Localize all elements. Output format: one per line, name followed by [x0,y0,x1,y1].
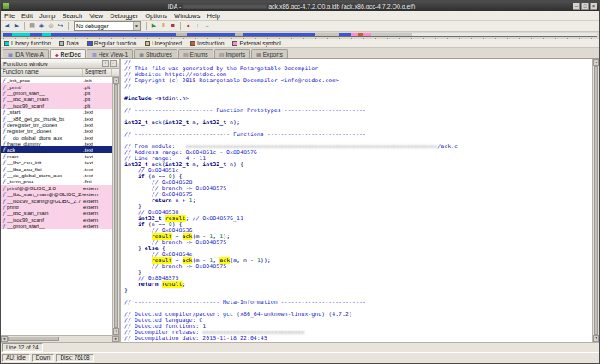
debugger-select[interactable]: No debugger ▼ [74,21,141,31]
functions-scroll-thumb[interactable] [114,84,118,328]
function-row[interactable]: ƒack.text [1,146,112,152]
open-views-icon[interactable]: ▤ [27,21,37,31]
menu-debugger[interactable]: Debugger [106,12,141,20]
function-row[interactable]: ƒ_printf.plt [1,83,112,89]
function-row[interactable]: ƒregister_tm_clones.text [1,128,112,134]
menu-help[interactable]: Help [204,12,224,20]
code-line[interactable]: // branch -> 0x8048575 [124,264,592,270]
code-line[interactable]: // ---------------------------- Function… [124,132,592,138]
function-row[interactable]: ƒ__do_global_dtors_aux.text [1,134,112,140]
code-line[interactable]: // 0x8048575 [124,276,592,282]
function-row[interactable]: ƒframe_dummy.text [1,140,112,146]
function-row[interactable]: ƒ__gmon_start__extern [1,223,112,229]
menu-edit[interactable]: Edit [18,12,36,20]
tab-structures[interactable]: ▦Structures [134,49,177,58]
menu-file[interactable]: File [1,12,18,20]
code-line[interactable]: // branch -> 0x8048575 [124,186,592,192]
code-line[interactable]: if (m == 0) { [124,174,592,180]
function-row[interactable]: ƒ__isoc99_scanf.plt [1,103,112,109]
code-vertical-scrollbar[interactable]: ▲ ▼ [592,59,599,342]
column-header-segment[interactable]: Segment [83,69,112,76]
function-row[interactable]: ƒ_start.text [1,109,112,115]
step-into-icon[interactable]: ↓ [193,21,202,31]
breakpoint-icon[interactable]: ● [183,21,193,31]
scroll-up-icon[interactable]: ▲ [593,59,599,66]
code-line[interactable]: #include <stdint.h> [124,96,592,102]
code-line[interactable]: // [124,84,592,90]
functions-horizontal-scrollbar[interactable]: ◄ ► [1,335,119,342]
column-header-function-name[interactable]: Function name [1,69,83,76]
code-line[interactable]: } [124,288,592,294]
function-row[interactable]: ƒ__gmon_start__.plt [1,90,112,96]
code-line[interactable]: int32_t result; // 0x8048576_11 [124,216,592,222]
code-line[interactable]: // ----------------------- Function Prot… [124,108,592,114]
code-line[interactable]: // From module: xxxxxxxxxxxxxxxxxxxxxxxx… [124,144,592,150]
code-line[interactable]: } [124,204,592,210]
menu-view[interactable]: View [86,12,106,20]
function-row[interactable]: ƒ__libc_start_main.plt [1,96,112,102]
scroll-down-icon[interactable]: ▼ [593,335,599,342]
function-row[interactable]: ƒmain.text [1,153,112,159]
nav-back-icon[interactable]: ◀ [3,21,12,31]
code-line[interactable]: } else { [124,246,592,252]
code-scroll-thumb[interactable] [594,66,598,335]
menu-options[interactable]: Options [141,12,171,20]
jump-address-icon[interactable]: ↪ [56,21,65,31]
code-line[interactable]: return n + 1; [124,198,592,204]
code-line[interactable]: return result; [124,282,592,288]
function-row[interactable]: ƒ__libc_start_main@@GLIBC_2.0extern [1,191,112,197]
function-row[interactable]: ƒ__libc_csu_init.text [1,159,112,165]
functions-hscroll-thumb[interactable] [8,337,59,341]
scroll-left-icon[interactable]: ◄ [1,336,8,342]
function-row[interactable]: ƒ__libc_start_mainextern [1,210,112,216]
code-line[interactable]: int32_t ack(int32_t m, int32_t n) { [124,162,592,168]
code-line[interactable] [124,90,592,96]
function-row[interactable]: ƒ__isoc99_scanfextern [1,217,112,223]
menu-search[interactable]: Search [58,12,86,20]
tab-hex-view-1[interactable]: ▥Hex View-1 [87,49,133,58]
code-line[interactable]: // Copyright (c) 2015 Retargetable Decom… [124,78,592,84]
function-row[interactable]: ƒprintfextern [1,204,112,210]
start-process-icon[interactable]: ▶ [149,21,159,31]
code-line[interactable]: // ------------------------- Meta-Inform… [124,300,592,306]
nav-forward-icon[interactable]: ▶ [12,21,21,31]
code-line[interactable]: // 0x804851c [124,168,592,174]
function-row[interactable]: ƒ_term_proc.fini [1,178,112,184]
tab-retdec[interactable]: ◆RetDec [50,49,86,58]
scroll-right-icon[interactable]: ► [112,336,119,342]
function-row[interactable]: ƒderegister_tm_clones.text [1,122,112,128]
function-row[interactable]: ƒ__isoc99_scanf@@GLIBC_2.7extern [1,197,112,203]
search-text-icon[interactable]: ◎ [46,21,56,31]
menu-windows[interactable]: Windows [171,12,203,20]
menu-jump[interactable]: Jump [36,12,58,20]
function-row[interactable]: ƒ__x86_get_pc_thunk_bx.text [1,115,112,121]
code-line[interactable]: // branch -> 0x8048575 [124,240,592,246]
code-line[interactable]: } [124,270,592,276]
tab-enums[interactable]: ▧Enums [178,49,213,58]
function-row[interactable]: ƒ__libc_csu_fini.text [1,165,112,171]
function-row[interactable]: ƒ__do_global_ctors_aux.text [1,172,112,178]
step-over-icon[interactable]: → [202,21,212,31]
minimize-button[interactable]: – [573,3,580,10]
close-button[interactable]: × [590,3,597,10]
tab-imports[interactable]: ▨Imports [214,49,250,58]
function-segment: .text [83,109,112,115]
scroll-down-icon[interactable]: ▼ [113,328,119,335]
scroll-up-icon[interactable]: ▲ [113,77,119,84]
code-line[interactable]: if (n == 0) { [124,222,592,228]
code-line[interactable]: int32_t ack(int32_t m, int32_t n); [124,120,592,126]
maximize-button[interactable]: □ [581,3,589,10]
tab-ida-view-a[interactable]: ▤IDA View-A [3,49,49,58]
code-line[interactable]: // Decompilation date: 2015-11-18 22:04:… [124,336,592,342]
tab-exports[interactable]: ▩Exports [251,49,288,58]
graph-view-icon[interactable]: ◈ [37,21,46,31]
navigation-band[interactable] [1,32,599,39]
pause-process-icon[interactable]: ‖ [159,21,168,31]
function-segment: extern [83,223,112,229]
function-row[interactable]: ƒ_init_proc.init [1,77,112,83]
functions-vertical-scrollbar[interactable]: ▲ ▼ [112,77,119,335]
functions-window-menu-button[interactable]: ▼ [102,60,109,67]
stop-process-icon[interactable]: ■ [168,21,177,31]
function-row[interactable]: ƒprintf@@GLIBC_2.0extern [1,185,112,191]
functions-window-close-button[interactable]: × [110,60,117,67]
